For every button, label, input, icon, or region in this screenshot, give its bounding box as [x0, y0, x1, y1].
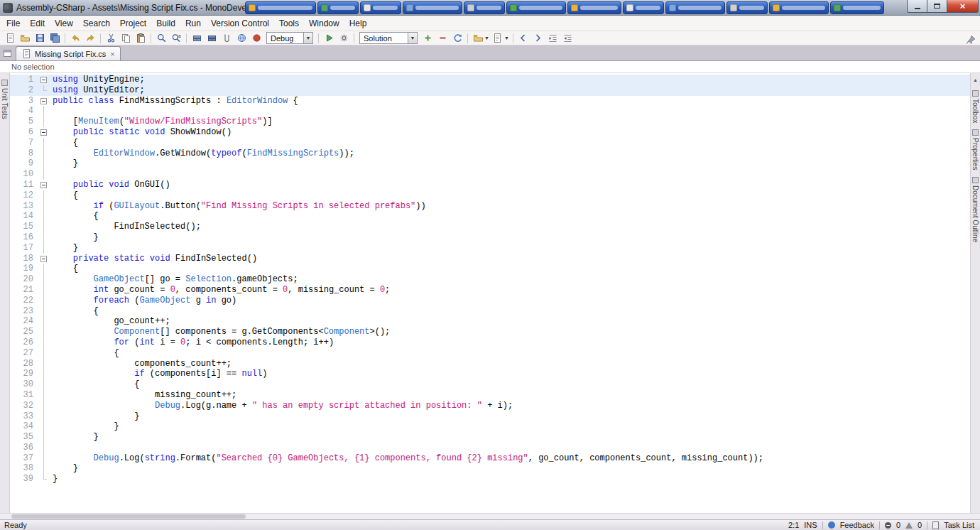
fold-collapse-icon[interactable]	[40, 256, 47, 262]
copy-icon[interactable]	[119, 32, 133, 45]
tab-missing-script-fix[interactable]: Missing Script Fix.cs ×	[16, 46, 121, 60]
close-button[interactable]: ×	[947, 0, 979, 13]
code-line[interactable]: 38 }	[10, 463, 970, 474]
taskbar-button[interactable]	[403, 1, 462, 14]
cut-icon[interactable]	[104, 32, 118, 45]
search-replace-icon[interactable]: a	[169, 32, 183, 45]
titlebar[interactable]: Assembly-CSharp - Assets\Missing Script …	[0, 0, 980, 16]
warning-count[interactable]: 0	[918, 521, 922, 529]
code-line[interactable]: 13 if (GUILayout.Button("Find Missing Sc…	[10, 201, 970, 212]
web-icon[interactable]	[234, 32, 249, 45]
taskbar-button[interactable]	[567, 1, 621, 14]
error-count[interactable]: 0	[896, 521, 900, 529]
code-line[interactable]: 14 {	[10, 211, 970, 222]
dock-tab-toolbox[interactable]: Toolbox	[971, 90, 979, 123]
menu-tools[interactable]: Tools	[274, 17, 304, 30]
chevron-down-icon[interactable]: ▼	[303, 33, 312, 43]
code-line[interactable]: 8 EditorWindow.GetWindow(typeof(FindMiss…	[10, 148, 970, 159]
code-line[interactable]: 9 }	[10, 158, 970, 169]
indent-icon[interactable]	[546, 32, 560, 45]
fold-collapse-icon[interactable]	[40, 182, 47, 188]
code-line[interactable]: 29 if (components[i] == null)	[10, 369, 970, 379]
taskbar-button[interactable]	[830, 1, 884, 14]
horizontal-scrollbar-thumb[interactable]	[11, 514, 246, 519]
taskbar-button[interactable]	[360, 1, 401, 14]
undo-icon[interactable]	[68, 32, 82, 45]
taskbar-button[interactable]	[464, 1, 505, 14]
feedback-icon[interactable]	[828, 521, 835, 529]
code-line[interactable]: 7 {	[10, 138, 970, 148]
save-icon[interactable]	[33, 32, 47, 45]
code-line[interactable]: 28 components_count++;	[10, 359, 970, 369]
chevron-down-icon[interactable]: ▼	[504, 36, 509, 40]
fold-collapse-icon[interactable]	[40, 129, 47, 136]
search-icon[interactable]	[154, 32, 168, 45]
code-line[interactable]: 39}	[10, 474, 970, 485]
menu-version-control[interactable]: Version Control	[206, 17, 274, 30]
pad-icon[interactable]	[2, 48, 13, 59]
code-line[interactable]: 31 missing_count++;	[10, 390, 970, 401]
taskbar-button[interactable]	[506, 1, 566, 14]
code-line[interactable]: 17 }	[10, 243, 970, 254]
code-line[interactable]: 22 foreach (GameObject g in go)	[10, 296, 970, 306]
code-line[interactable]: 11 public void OnGUI()	[10, 180, 970, 190]
save-all-icon[interactable]	[48, 32, 62, 45]
attach-icon[interactable]	[219, 32, 234, 45]
taskbar-button[interactable]	[245, 1, 316, 14]
code-line[interactable]: 33 }	[10, 411, 970, 422]
stop-icon[interactable]	[249, 32, 263, 45]
chevron-down-icon[interactable]: ▼	[484, 36, 489, 40]
code-line[interactable]: 34 }	[10, 421, 970, 432]
code-line[interactable]: 25 Component[] components = g.GetCompone…	[10, 327, 970, 337]
fold-collapse-icon[interactable]	[40, 98, 47, 104]
code-line[interactable]: 26 for (int i = 0; i < components.Length…	[10, 337, 970, 348]
debug-configuration-selector[interactable]: Debug▼	[266, 32, 313, 44]
code-line[interactable]: 16 }	[10, 232, 970, 243]
code-editor[interactable]: 1using UnityEngine;2using UnityEditor;3p…	[10, 73, 970, 513]
error-count-icon[interactable]	[885, 522, 891, 529]
dock-tab-unit-tests[interactable]: Unit Tests	[1, 80, 9, 119]
code-line[interactable]: 12 {	[10, 190, 970, 201]
gear-icon[interactable]	[337, 32, 351, 45]
code-line[interactable]: 35 }	[10, 432, 970, 443]
menu-project[interactable]: Project	[115, 17, 151, 30]
menu-view[interactable]: View	[50, 17, 78, 30]
scroll-up-icon[interactable]: ▲	[971, 75, 980, 84]
remove-icon[interactable]	[435, 32, 450, 45]
horizontal-scrollbar[interactable]	[0, 513, 980, 519]
code-line[interactable]: 21 int go_count = 0, components_count = …	[10, 285, 970, 296]
warning-count-icon[interactable]	[905, 522, 913, 529]
nav-back-icon[interactable]	[516, 32, 530, 45]
taskbar-button[interactable]	[317, 1, 359, 14]
play-icon[interactable]	[322, 32, 336, 45]
code-line[interactable]: 3public class FindMissingScripts : Edito…	[10, 96, 970, 107]
feedback-button[interactable]: Feedback	[840, 521, 874, 529]
tab-close-icon[interactable]: ×	[110, 50, 114, 58]
dock-tab-document-outline[interactable]: Document Outline	[971, 177, 979, 242]
taskbar-button[interactable]	[623, 1, 664, 14]
code-line[interactable]: 36	[10, 443, 970, 453]
minimize-button[interactable]	[907, 0, 927, 13]
code-line[interactable]: 6 public static void ShowWindow()	[10, 127, 970, 138]
code-line[interactable]: 2using UnityEditor;	[10, 85, 970, 96]
paste-icon[interactable]	[134, 32, 148, 45]
code-line[interactable]: 4	[10, 106, 970, 117]
code-line[interactable]: 18 private static void FindInSelected()	[10, 254, 970, 264]
menu-run[interactable]: Run	[180, 17, 206, 30]
menu-help[interactable]: Help	[344, 17, 372, 30]
outdent-icon[interactable]	[561, 32, 575, 45]
chevron-down-icon[interactable]: ▼	[408, 33, 417, 43]
menu-window[interactable]: Window	[304, 17, 344, 30]
menu-search[interactable]: Search	[78, 17, 115, 30]
refresh-icon[interactable]	[450, 32, 464, 45]
solution-scope-selector[interactable]: Solution▼	[359, 32, 418, 44]
open-folder-icon[interactable]	[471, 32, 485, 45]
taskbar-button[interactable]	[726, 1, 768, 14]
build-icon[interactable]	[190, 32, 204, 45]
code-line[interactable]: 5 [MenuItem("Window/FindMissingScripts")…	[10, 117, 970, 127]
task-list-icon[interactable]	[932, 521, 939, 529]
menu-build[interactable]: Build	[151, 17, 180, 30]
code-line[interactable]: 24 go_count++;	[10, 316, 970, 327]
code-line[interactable]: 30 {	[10, 379, 970, 390]
pathbar[interactable]: No selection	[0, 61, 980, 73]
